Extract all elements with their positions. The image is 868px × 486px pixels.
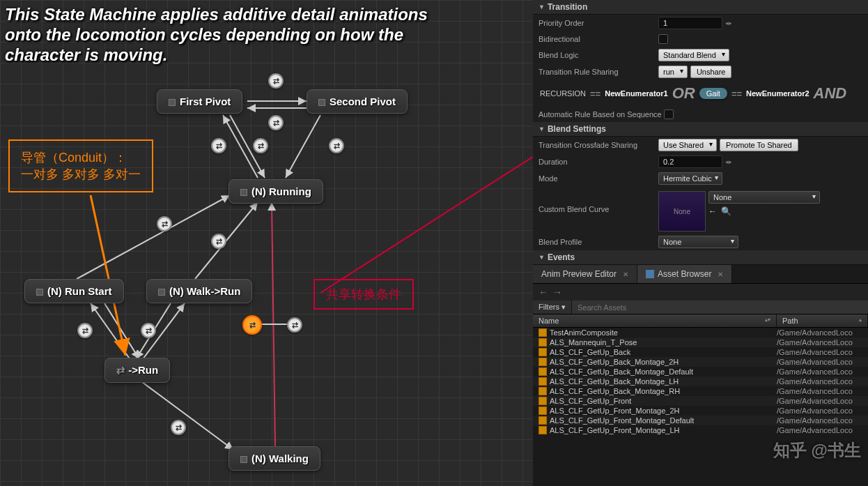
state-node-running[interactable]: (N) Running [228,179,323,204]
table-row[interactable]: TestAnimComposite/Game/AdvancedLoco [533,328,868,337]
dropdown-blend-profile[interactable]: None [658,236,738,248]
close-icon[interactable]: ✕ [718,271,723,278]
dropdown-crossfade[interactable]: Use Shared [658,139,717,151]
asset-icon [538,416,547,425]
dropdown-mode[interactable]: Hermite Cubic [658,172,722,185]
eq-icon: == [731,89,742,99]
asset-icon [538,348,547,356]
transition-icon[interactable]: ⇄ [253,138,268,153]
rule-recursion: RECURSION [540,89,586,98]
rule-enum1: NewEnumerator1 [605,89,667,98]
asset-name: ALS_CLF_GetUp_Back [550,348,630,356]
table-row[interactable]: ALS_Mannequin_T_Pose/Game/AdvancedLoco [533,337,868,347]
state-node-walking[interactable]: (N) Walking [228,446,320,471]
table-header: Name▴▾ Path▴ [533,314,868,328]
transition-icon-selected[interactable]: ⇄ [242,315,262,335]
close-icon[interactable]: ✕ [623,271,628,278]
state-node-run-start[interactable]: (N) Run Start [24,279,124,303]
asset-name: ALS_CLF_GetUp_Front_Montage_2H [550,407,680,415]
curve-preview[interactable]: None [658,191,706,231]
transition-icon[interactable]: ⇄ [171,420,186,435]
state-node-second-pivot[interactable]: Second Pivot [307,89,408,114]
table-row[interactable]: ALS_CLF_GetUp_Back/Game/AdvancedLoco [533,347,868,357]
table-row[interactable]: ALS_CLF_GetUp_Back_Montage_Default/Game/… [533,367,868,377]
table-row[interactable]: ALS_CLF_GetUp_Back_Montage_LH/Game/Advan… [533,377,868,386]
rule-expression: RECURSION == NewEnumerator1 OR Gait == N… [533,80,868,107]
asset-name: ALS_CLF_GetUp_Front_Montage_LH [550,426,680,434]
asset-name: ALS_CLF_GetUp_Front [550,397,631,405]
input-duration[interactable] [658,155,722,168]
rule-enum2: NewEnumerator2 [746,89,809,98]
right-panel: ▼Transition Priority Order ◂▸ Bidirectio… [533,0,868,486]
section-header-transition[interactable]: ▼Transition [533,0,868,15]
search-input[interactable] [572,301,868,314]
table-row[interactable]: ALS_CLF_GetUp_Front_Montage_LH/Game/Adva… [533,425,868,435]
asset-path: /Game/AdvancedLoco [777,377,862,386]
transition-icon[interactable]: ⇄ [211,138,226,153]
label-priority-order: Priority Order [538,19,658,27]
search-icon[interactable]: 🔍 [721,206,731,216]
section-header-events[interactable]: ▼Events [533,250,868,265]
asset-name: ALS_CLF_GetUp_Back_Montage_LH [550,377,679,386]
transition-icon[interactable]: ⇄ [268,115,284,130]
asset-icon [538,397,547,405]
state-node-walk-run[interactable]: (N) Walk->Run [146,279,252,303]
asset-icon [538,328,547,337]
svg-line-7 [91,303,132,363]
asset-path: /Game/AdvancedLoco [777,328,862,337]
transition-icon[interactable]: ⇄ [157,216,172,231]
transition-icon[interactable]: ⇄ [268,73,284,89]
dropdown-blend-logic[interactable]: Standard Blend [658,49,729,61]
tab-asset-browser[interactable]: Asset Browser✕ [637,265,732,283]
table-row[interactable]: ALS_CLF_GetUp_Back_Montage_2H/Game/Advan… [533,357,868,367]
svg-line-8 [104,303,139,359]
tab-anim-preview[interactable]: Anim Preview Editor✕ [533,265,637,283]
gait-pill[interactable]: Gait [699,88,727,99]
svg-line-12 [272,202,275,446]
table-row[interactable]: ALS_CLF_GetUp_Back_Montage_RH/Game/Advan… [533,386,868,396]
transition-icon[interactable]: ⇄ [329,138,344,153]
table-row[interactable]: ALS_CLF_GetUp_Front_Montage_Default/Game… [533,416,868,425]
asset-path: /Game/AdvancedLoco [777,397,862,405]
asset-path: /Game/AdvancedLoco [777,338,862,347]
filters-button[interactable]: Filters ▾ [533,301,572,314]
browser-toolbar: ← → [533,284,868,301]
eq-icon: == [590,89,600,99]
state-node-first-pivot[interactable]: First Pivot [157,89,242,114]
transition-icon[interactable]: ⇄ [141,323,156,338]
nav-back-icon[interactable]: ← [538,287,548,298]
transition-icon[interactable]: ⇄ [77,323,93,338]
input-priority-order[interactable] [658,17,722,29]
asset-path: /Game/AdvancedLoco [777,358,862,366]
svg-line-6 [195,202,258,279]
label-auto-rule: Automatic Rule Based on Sequence [538,110,664,119]
button-promote-shared[interactable]: Promote To Shared [720,139,798,151]
table-row[interactable]: ALS_CLF_GetUp_Front/Game/AdvancedLoco [533,396,868,406]
column-header-path[interactable]: Path▴ [777,314,868,327]
state-node-to-run[interactable]: ⇄ ->Run [104,358,170,383]
dropdown-curve-asset[interactable]: None [708,191,820,204]
asset-name: ALS_CLF_GetUp_Back_Montage_2H [550,358,679,366]
label-blend-profile: Blend Profile [538,238,658,246]
asset-icon [538,377,547,386]
arrow-assign-icon[interactable]: ← [708,206,717,216]
section-header-blend[interactable]: ▼Blend Settings [533,122,868,137]
state-machine-graph[interactable]: This State Machine applies additive deta… [0,0,533,486]
transition-icon[interactable]: ⇄ [211,234,226,249]
checkbox-auto-rule[interactable] [664,109,674,119]
callout-conduit: 导管（Conduit）： 一对多 多对多 多对一 [8,139,153,192]
transition-icon[interactable]: ⇄ [287,317,302,333]
checkbox-bidirectional[interactable] [658,34,668,44]
asset-icon [538,407,547,415]
asset-path: /Game/AdvancedLoco [777,367,862,376]
details-panel: ▼Transition Priority Order ◂▸ Bidirectio… [533,0,868,265]
dropdown-share-rule[interactable]: run [658,66,688,78]
label-duration: Duration [538,158,658,166]
lower-tabs: Anim Preview Editor✕ Asset Browser✕ [533,265,868,284]
nav-forward-icon[interactable]: → [552,287,562,298]
column-header-name[interactable]: Name▴▾ [533,314,777,327]
asset-path: /Game/AdvancedLoco [777,387,862,395]
button-unshare[interactable]: Unshare [690,66,732,78]
asset-table-body[interactable]: TestAnimComposite/Game/AdvancedLocoALS_M… [533,328,868,486]
table-row[interactable]: ALS_CLF_GetUp_Front_Montage_2H/Game/Adva… [533,406,868,416]
